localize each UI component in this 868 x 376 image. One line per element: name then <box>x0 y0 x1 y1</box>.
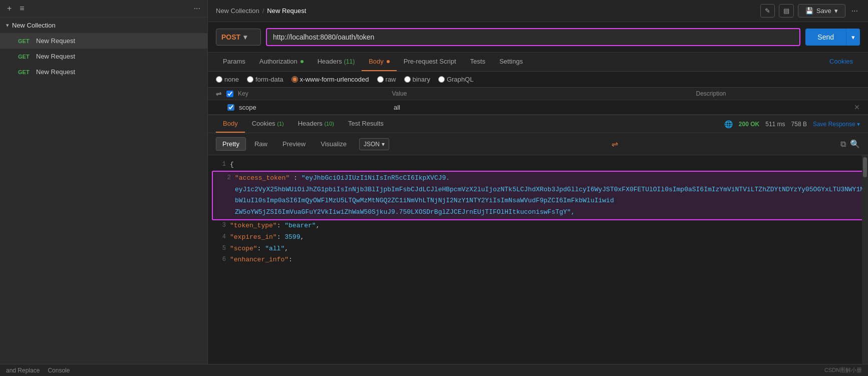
edit-button[interactable]: ✎ <box>760 4 775 18</box>
method-select[interactable]: POST ▾ <box>216 29 261 46</box>
save-button[interactable]: 💾 Save ▾ <box>798 4 845 18</box>
tab-headers[interactable]: Headers (11) <box>311 53 362 71</box>
headers-badge: (11) <box>344 58 355 65</box>
cookies-count: (1) <box>277 121 283 127</box>
code-line: 6 "enhancer_info": <box>208 254 868 266</box>
breadcrumb-separator: / <box>262 7 264 15</box>
breadcrumb-actions: ✎ ▤ 💾 Save ▾ ··· <box>760 4 860 18</box>
chevron-down-icon: ▾ <box>6 22 9 29</box>
request-label: New Request <box>36 37 75 45</box>
breadcrumb-collection[interactable]: New Collection <box>216 7 259 15</box>
radio-binary[interactable]: binary <box>404 76 430 83</box>
delete-param-button[interactable]: ✕ <box>854 103 860 111</box>
globe-icon: 🌐 <box>724 120 733 128</box>
json-format-selector[interactable]: JSON ▾ <box>359 138 389 150</box>
code-line-access-token: 2 "access_token" : "eyJhbGciOiJIUzI1NiIs… <box>213 173 863 184</box>
more-button[interactable]: ··· <box>849 6 860 17</box>
resp-tab-headers[interactable]: Headers (10) <box>291 115 341 133</box>
tab-authorization[interactable]: Authorization <box>252 53 311 71</box>
request-method-badge: GET <box>18 69 32 75</box>
format-actions: ⇌ <box>612 139 618 149</box>
copy-response-button[interactable]: ⧉ <box>840 139 846 149</box>
method-chevron-icon: ▾ <box>243 33 247 41</box>
breadcrumb: New Collection / New Request <box>216 7 306 15</box>
auth-dot-icon <box>301 60 304 63</box>
search-response-button[interactable]: 🔍 <box>850 139 860 149</box>
code-line-access-token-cont: eyJ1c2VyX25hbWUiOiJhZG1pbiIsInNjb3BlIjpb… <box>213 184 863 196</box>
tab-body[interactable]: Body <box>362 53 397 71</box>
branding: CSDN图解小册 <box>824 366 862 374</box>
bottom-bar-right: CSDN图解小册 <box>824 366 862 374</box>
code-line: 5 "scope": "all", <box>208 243 868 255</box>
code-line-access-token-cont: ZW5oYW5jZSI6ImVuaGFuY2VkIiwiZhWaW50SjkuJ… <box>213 207 863 218</box>
description-column-header: Description <box>696 90 846 97</box>
request-tabs: Params Authorization Headers (11) Body P… <box>208 53 868 72</box>
doc-button[interactable]: ▤ <box>779 4 794 18</box>
request-method-badge: GET <box>18 54 32 60</box>
param-value: all <box>394 104 695 111</box>
tab-tests[interactable]: Tests <box>463 53 492 71</box>
url-input[interactable] <box>267 29 799 45</box>
scroll-thumb[interactable] <box>863 157 867 177</box>
resp-tab-body[interactable]: Body <box>216 115 245 133</box>
radio-x-www-form-urlencoded[interactable]: x-www-form-urlencoded <box>292 76 369 83</box>
collection-name: New Collection <box>12 22 56 29</box>
json-chevron-icon: ▾ <box>382 141 385 148</box>
tab-pre-request[interactable]: Pre-request Script <box>397 53 463 71</box>
url-bar: POST ▾ Send ▾ <box>208 22 868 53</box>
request-method-badge: GET <box>18 38 32 44</box>
fmt-tab-raw[interactable]: Raw <box>248 137 274 151</box>
request-label: New Request <box>36 68 75 76</box>
main-panel: New Collection / New Request ✎ ▤ 💾 Save … <box>208 0 868 364</box>
radio-graphql[interactable]: GraphQL <box>438 76 473 83</box>
body-type-row: none form-data x-www-form-urlencoded raw… <box>208 72 868 88</box>
radio-none[interactable]: none <box>216 76 239 83</box>
bottom-bar: and Replace Console CSDN图解小册 <box>0 364 868 376</box>
status-time: 511 ms <box>765 121 785 128</box>
resp-tab-cookies[interactable]: Cookies (1) <box>245 115 291 133</box>
params-row: scope all ✕ <box>208 100 868 115</box>
filter-button[interactable]: ≡ <box>18 3 26 14</box>
send-button[interactable]: Send <box>805 29 846 46</box>
response-section: Body Cookies (1) Headers (10) Test Resul… <box>208 115 868 364</box>
more-options-button[interactable]: ··· <box>192 3 202 14</box>
row-checkbox[interactable] <box>227 104 235 111</box>
save-response-button[interactable]: Save Response ▾ <box>813 121 860 128</box>
save-icon: 💾 <box>805 7 813 15</box>
collection-item[interactable]: ▾ New Collection <box>0 18 207 33</box>
response-body-wrap: 1{ 2 "access_token" : "eyJhbGciOiJIUzI1N… <box>208 155 868 364</box>
sidebar-request-item[interactable]: GET New Request <box>0 49 207 64</box>
headers-count: (10) <box>324 121 334 127</box>
add-button[interactable]: + <box>5 3 14 14</box>
body-dot-icon <box>387 60 390 63</box>
fmt-tab-visualize[interactable]: Visualize <box>314 137 353 151</box>
sidebar-request-item[interactable]: GET New Request <box>0 33 207 49</box>
response-scrollbar[interactable] <box>862 155 868 364</box>
radio-raw[interactable]: raw <box>377 76 396 83</box>
console-label[interactable]: Console <box>48 367 70 374</box>
params-table-header: ⇌ Key Value Description <box>208 88 868 100</box>
find-replace-label[interactable]: and Replace <box>6 367 40 374</box>
fmt-tab-preview[interactable]: Preview <box>276 137 312 151</box>
tab-settings[interactable]: Settings <box>492 53 530 71</box>
response-status: 🌐 200 OK 511 ms 758 B Save Response ▾ <box>724 120 860 128</box>
fmt-tab-pretty[interactable]: Pretty <box>216 137 246 151</box>
tab-cookies[interactable]: Cookies <box>822 53 860 71</box>
sidebar: + ≡ ··· ▾ New Collection GET New Request… <box>0 0 208 364</box>
sidebar-request-item[interactable]: GET New Request <box>0 64 207 80</box>
filter-icon[interactable]: ⇌ <box>216 90 222 98</box>
send-dropdown-button[interactable]: ▾ <box>846 29 860 46</box>
radio-form-data[interactable]: form-data <box>247 76 283 83</box>
status-ok-badge: 200 OK <box>739 121 759 128</box>
value-column-header: Value <box>392 90 692 97</box>
tab-params[interactable]: Params <box>216 53 252 71</box>
header-checkbox[interactable] <box>226 91 234 97</box>
save-dropdown-icon: ▾ <box>834 7 838 15</box>
request-label: New Request <box>36 53 75 60</box>
resp-tab-test-results[interactable]: Test Results <box>341 115 391 133</box>
wrap-icon[interactable]: ⇌ <box>612 139 618 149</box>
send-group: Send ▾ <box>805 29 860 46</box>
code-view: 1{ 2 "access_token" : "eyJhbGciOiJIUzI1N… <box>208 155 868 270</box>
code-line-access-token-cont: bWluIl0sImp0aSI6ImQyOWFlMzU5LTQwMzMtNGQ2… <box>213 195 863 207</box>
param-key: scope <box>239 104 390 111</box>
